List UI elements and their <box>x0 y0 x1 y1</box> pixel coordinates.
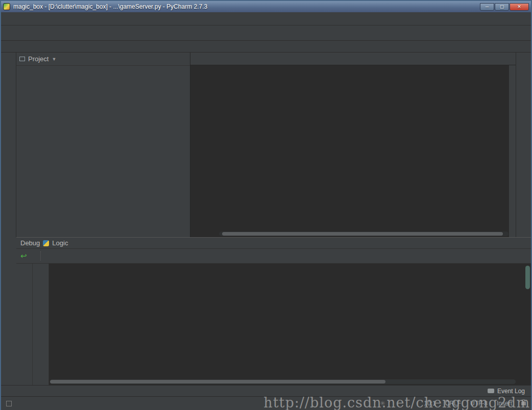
python-icon <box>43 240 49 246</box>
debug-console[interactable] <box>49 264 531 385</box>
main-toolbar <box>1 25 531 41</box>
debug-header: Debug Logic <box>16 238 531 249</box>
title-bar: magic_box - [D:\clutter\magic_box] - ...… <box>1 1 531 12</box>
menu-bar <box>1 12 531 25</box>
line-ending-indicator[interactable]: CRLF <box>445 400 461 407</box>
insert-mode-indicator[interactable]: Insert <box>497 400 512 407</box>
project-tree <box>16 66 190 68</box>
minimize-button[interactable]: ─ <box>480 3 494 11</box>
navigation-bar <box>1 41 531 53</box>
close-button[interactable]: ✕ <box>510 3 529 11</box>
chevron-down-icon[interactable]: ▼ <box>52 57 56 62</box>
project-panel: Project ▼ <box>16 53 190 237</box>
rerun-icon[interactable]: ↩ <box>20 251 27 261</box>
debug-config-name: Logic <box>52 239 68 247</box>
lock-icon[interactable] <box>521 402 526 405</box>
busy-indicator: ✳ <box>380 400 385 407</box>
debug-actions-column <box>16 264 33 385</box>
toolwindow-toggle-icon[interactable] <box>6 401 12 406</box>
editor-horizontal-scrollbar[interactable] <box>219 232 509 236</box>
editor-tabs <box>190 53 516 65</box>
event-log-button[interactable]: Event Log <box>497 388 525 395</box>
console-horizontal-scrollbar[interactable] <box>50 379 516 384</box>
project-panel-header: Project ▼ <box>16 53 190 66</box>
error-stripe <box>509 65 516 237</box>
console-vertical-scrollbar[interactable] <box>525 266 530 327</box>
tool-window-bar: Event Log <box>1 385 531 396</box>
window-title: magic_box - [D:\clutter\magic_box] - ...… <box>13 3 207 10</box>
debug-toolbar: ↩ <box>16 249 531 264</box>
app-icon <box>3 3 10 10</box>
maximize-button[interactable]: ▢ <box>495 3 509 11</box>
caret-position[interactable]: 10:1 <box>424 400 436 407</box>
project-view-icon <box>19 57 25 61</box>
pycharm-window: magic_box - [D:\clutter\magic_box] - ...… <box>0 0 532 410</box>
project-panel-title[interactable]: Project <box>28 55 49 63</box>
editor-area <box>190 53 516 237</box>
event-log-icon <box>488 389 494 393</box>
right-tool-stripe <box>516 53 531 237</box>
code-editor[interactable] <box>190 65 509 237</box>
left-tool-stripe <box>1 53 16 237</box>
console-actions-column <box>33 264 49 385</box>
status-bar: ✳ 10:1 CRLF UTF-8 Insert <box>1 396 531 410</box>
encoding-indicator[interactable]: UTF-8 <box>470 400 488 407</box>
debug-title: Debug <box>20 239 40 247</box>
debug-tool-window: Debug Logic ↩ <box>16 237 531 385</box>
